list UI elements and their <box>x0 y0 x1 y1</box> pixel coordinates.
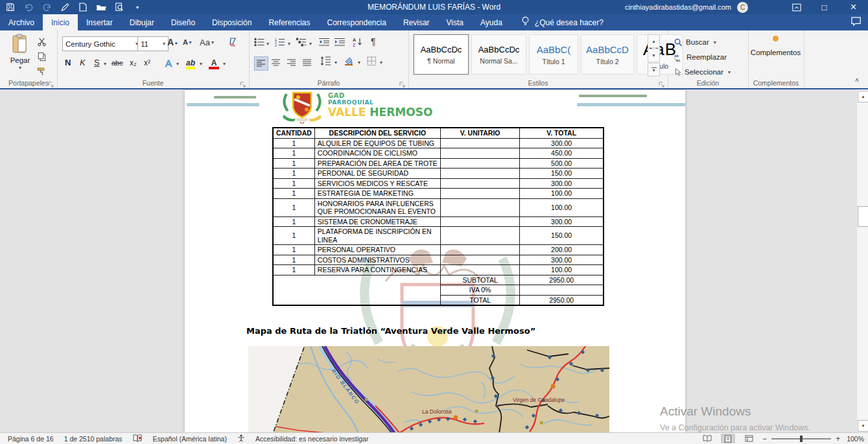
format-painter-icon[interactable] <box>36 67 46 76</box>
close-button[interactable]: × <box>839 0 868 14</box>
font-name-select[interactable]: Century Gothic ▾ <box>62 36 141 51</box>
underline-button[interactable]: S <box>94 58 100 67</box>
font-color-button[interactable]: A <box>207 56 220 69</box>
ribbon-tab[interactable]: Ayuda <box>472 14 511 30</box>
line-spacing-chevron-icon[interactable]: ▾ <box>334 60 337 65</box>
style-card[interactable]: AaBbCcD Título 2 <box>581 34 634 75</box>
styles-scroll-down-icon[interactable]: ▾ <box>648 49 660 62</box>
tab-archivo[interactable]: Archivo <box>0 14 43 30</box>
align-left-button[interactable] <box>254 56 268 71</box>
account-area[interactable]: cinthiayadirabastidas@gmail.com C <box>625 0 748 14</box>
read-mode-button[interactable] <box>700 434 714 443</box>
scroll-up-button[interactable]: ▴ <box>858 91 868 102</box>
open-folder-icon[interactable] <box>96 2 106 12</box>
text-effects-button[interactable]: A <box>162 56 175 69</box>
multilevel-list-button[interactable] <box>296 38 307 47</box>
styles-scroll-up-icon[interactable]: ▴ <box>648 34 660 48</box>
superscript-button[interactable]: x² <box>144 58 150 67</box>
ribbon-tab[interactable]: Diseño <box>163 14 204 30</box>
redo-icon[interactable] <box>41 2 52 12</box>
zoom-in-button[interactable]: + <box>836 434 840 443</box>
zoom-slider-handle[interactable] <box>800 436 803 442</box>
paste-button[interactable]: Pegar ▾ <box>5 34 36 83</box>
ribbon-tab[interactable]: Vista <box>438 14 472 30</box>
borders-chevron-icon[interactable]: ▾ <box>380 60 382 65</box>
decrease-indent-button[interactable] <box>319 38 330 47</box>
ribbon-tab[interactable]: Referencias <box>260 14 318 30</box>
cut-icon[interactable] <box>37 37 47 47</box>
italic-button[interactable]: K <box>80 58 86 67</box>
replace-button[interactable]: abac Reemplazar <box>674 51 727 63</box>
bold-button[interactable]: N <box>65 58 71 67</box>
numbering-chevron-icon[interactable]: ▾ <box>288 41 290 47</box>
styles-dialog-launcher-icon[interactable] <box>659 79 666 86</box>
clipboard-dialog-launcher-icon[interactable] <box>48 79 55 86</box>
collapse-ribbon-icon[interactable]: ∧ <box>854 76 860 83</box>
sort-button[interactable]: AZ <box>353 37 362 47</box>
subscript-button[interactable]: x₂ <box>130 58 137 67</box>
bullets-button[interactable] <box>254 38 264 47</box>
font-size-select[interactable]: 11 ▾ <box>137 36 169 51</box>
ribbon-tab[interactable]: Revisar <box>395 14 438 30</box>
zoom-slider[interactable] <box>771 438 831 439</box>
word-count[interactable]: 1 de 2510 palabras <box>64 435 123 443</box>
draw-pen-icon[interactable] <box>60 2 70 12</box>
borders-button[interactable] <box>367 56 377 66</box>
align-center-button[interactable] <box>270 56 283 69</box>
zoom-level[interactable]: 100% <box>847 435 864 443</box>
highlight-button[interactable]: ab <box>184 56 197 69</box>
print-layout-button[interactable] <box>721 434 735 443</box>
bullets-chevron-icon[interactable]: ▾ <box>266 41 269 47</box>
document-page[interactable]: GAD PARROQUIAL VALLE HERMOSO <box>185 89 685 433</box>
accessibility-status[interactable]: Accesibilidad: es necesario investigar <box>255 435 369 443</box>
clear-formatting-icon[interactable] <box>227 37 239 47</box>
effects-chevron-icon[interactable]: ▾ <box>176 61 179 67</box>
copy-icon[interactable] <box>37 52 47 62</box>
proofing-error-icon[interactable] <box>133 434 143 443</box>
shading-chevron-icon[interactable]: ▾ <box>358 60 360 65</box>
ribbon-tab[interactable]: Correspondencia <box>318 14 394 30</box>
accessibility-icon[interactable] <box>237 434 245 443</box>
ribbon-tab[interactable]: Insertar <box>78 14 121 30</box>
avatar[interactable]: C <box>737 2 748 13</box>
find-button[interactable]: Buscar ▾ <box>674 36 716 48</box>
font-color-chevron-icon[interactable]: ▾ <box>223 61 226 67</box>
highlight-chevron-icon[interactable]: ▾ <box>200 61 202 67</box>
font-dialog-launcher-icon[interactable] <box>240 79 247 86</box>
language-indicator[interactable]: Español (América latina) <box>153 435 227 443</box>
budget-table[interactable]: CANTIDADDESCRIPCIÓN DEL SERVICIOV. UNITA… <box>272 127 604 306</box>
save-icon[interactable] <box>5 2 16 12</box>
vertical-scrollbar[interactable]: ▴ ▾ <box>856 89 868 433</box>
shading-button[interactable] <box>344 56 355 66</box>
tab-inicio-active[interactable]: Inicio <box>43 14 78 30</box>
maximize-button[interactable]: □ <box>810 0 839 14</box>
new-document-icon[interactable] <box>78 2 88 12</box>
tell-me-box[interactable]: ¿Qué desea hacer? <box>521 14 604 30</box>
web-layout-button[interactable] <box>742 434 756 443</box>
style-card[interactable]: AaBbCcDc ¶ Normal <box>414 34 469 75</box>
scroll-down-button[interactable]: ▾ <box>858 420 868 432</box>
styles-more-icon[interactable]: ▾ <box>648 63 660 76</box>
increase-indent-button[interactable] <box>334 38 346 47</box>
addins-button[interactable]: Complementos <box>748 36 803 56</box>
zoom-out-button[interactable]: − <box>762 434 767 443</box>
line-spacing-button[interactable] <box>320 56 331 65</box>
qat-customize-icon[interactable]: ▾ <box>132 2 143 12</box>
comment-icon[interactable] <box>850 16 862 29</box>
grow-font-button[interactable]: A▲ <box>167 37 178 47</box>
style-card[interactable]: AaBbC( Título 1 <box>529 34 578 75</box>
undo-icon[interactable] <box>23 2 34 12</box>
shrink-font-button[interactable]: A▼ <box>183 38 193 46</box>
align-right-button[interactable] <box>285 56 298 69</box>
justify-button[interactable] <box>301 56 314 69</box>
print-preview-icon[interactable] <box>114 2 124 12</box>
strikethrough-button[interactable]: abc <box>111 59 123 67</box>
scrollbar-thumb[interactable] <box>858 206 868 227</box>
multilevel-chevron-icon[interactable]: ▾ <box>309 41 312 47</box>
change-case-button[interactable]: Aa▾ <box>200 38 214 47</box>
ribbon-tab[interactable]: Dibujar <box>121 14 163 30</box>
account-email[interactable]: cinthiayadirabastidas@gmail.com <box>625 3 731 11</box>
page-indicator[interactable]: Página 6 de 16 <box>8 435 54 443</box>
style-card[interactable]: AaBbCcDc Normal Sa... <box>471 34 526 75</box>
numbering-button[interactable]: 123 <box>275 38 285 47</box>
